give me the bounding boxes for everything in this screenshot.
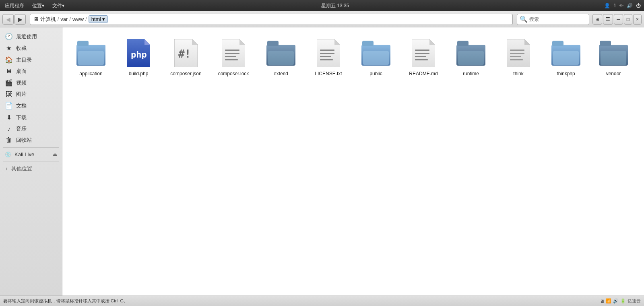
svg-rect-32: [415, 56, 426, 57]
svg-rect-15: [225, 59, 238, 60]
svg-rect-42: [510, 59, 523, 60]
file-item-readme[interactable]: README.md: [401, 34, 446, 81]
statusbar-icons: 🖥 📶 🔊 🔋 亿速云: [600, 298, 641, 304]
sidebar-item-home[interactable]: 🏠 主目录: [0, 54, 62, 66]
home-icon: 🏠: [5, 56, 13, 64]
sidebar-item-bookmarks[interactable]: ★ 收藏: [0, 42, 62, 54]
file-item-composerlock[interactable]: composer.lock: [211, 34, 256, 81]
file-label-application: application: [79, 71, 102, 77]
lines-icon-readme: [407, 37, 440, 69]
desktop-icon: 🖥: [5, 68, 13, 75]
svg-rect-23: [320, 56, 331, 57]
folder-icon-public: [360, 37, 392, 69]
sidebar-item-recent[interactable]: 🕐 最近使用: [0, 31, 62, 42]
file-label-composerlock: composer.lock: [218, 71, 249, 77]
folder-icon-application: [75, 37, 107, 69]
recent-icon: 🕐: [5, 33, 13, 40]
eject-icon[interactable]: ⏏: [53, 152, 57, 157]
maximize-button[interactable]: □: [624, 14, 632, 25]
lines-icon-composerlock: [217, 37, 250, 69]
file-label-composerjson: composer.json: [170, 71, 201, 77]
sidebar-item-downloads[interactable]: ⬇ 下载: [0, 112, 62, 123]
file-menu[interactable]: 文件▾: [51, 2, 66, 10]
statusbar-message: 要将输入定向到该虚拟机，请将鼠标指针移入其中或按 Ctrl+G。: [3, 298, 600, 304]
file-item-application[interactable]: application: [69, 34, 113, 81]
file-item-vendor[interactable]: vendor: [591, 34, 636, 81]
svg-rect-14: [225, 56, 236, 57]
folder-icon-vendor: [597, 37, 630, 69]
statusbar-network-icon: 🖥: [600, 299, 604, 304]
forward-button[interactable]: ▶: [14, 14, 26, 25]
places-menu[interactable]: 位置▾: [31, 2, 46, 10]
breadcrumb-current[interactable]: html ▾: [89, 15, 108, 23]
view-toggle-button[interactable]: ⊞: [592, 14, 602, 25]
svg-rect-44: [552, 41, 564, 46]
sidebar-item-trash[interactable]: 🗑 回收站: [0, 134, 62, 146]
close-button[interactable]: ×: [633, 14, 642, 25]
file-item-composerjson[interactable]: #! composer.json: [164, 34, 208, 81]
file-label-public: public: [369, 71, 382, 77]
svg-rect-18: [268, 51, 294, 65]
kali-icon: 💿: [5, 151, 11, 157]
topbar-left: 应用程序 位置▾ 文件▾: [3, 2, 66, 10]
file-label-license: LICENSE.txt: [315, 71, 342, 77]
main-content: 🕐 最近使用 ★ 收藏 🏠 主目录 🖥 桌面 🎬 视频 🖼 图片 📄 文档 ⬇: [0, 27, 644, 296]
statusbar-power-icon: 🔋: [620, 298, 626, 304]
file-item-public[interactable]: public: [354, 34, 398, 81]
file-item-license[interactable]: LICENSE.txt: [306, 34, 351, 81]
svg-rect-33: [415, 59, 428, 60]
pictures-icon: 🖼: [5, 91, 13, 98]
file-label-extend: extend: [274, 71, 288, 77]
svg-rect-39: [510, 50, 524, 51]
svg-text:#!: #!: [178, 48, 191, 60]
php-icon-build: php: [122, 37, 155, 69]
file-label-thinkphp: thinkphp: [557, 71, 575, 77]
toolbar: ◀ ▶ 🖥 计算机 / var / www / html ▾ 🔍 ⊞ ☰ ─ □…: [0, 11, 644, 27]
file-label-buildphp: build.php: [129, 71, 149, 77]
sidebar-item-music[interactable]: ♪ 音乐: [0, 123, 62, 134]
svg-rect-12: [225, 50, 239, 51]
svg-rect-27: [363, 51, 389, 65]
minimize-button[interactable]: ─: [614, 14, 623, 25]
file-area: application php: [62, 27, 644, 296]
lines-icon-think: [502, 37, 535, 69]
bookmarks-icon: ★: [5, 44, 13, 52]
sidebar-item-video[interactable]: 🎬 视频: [0, 77, 62, 89]
breadcrumb-www[interactable]: www: [72, 16, 84, 22]
nav-buttons: ◀ ▶: [2, 14, 26, 25]
svg-rect-48: [601, 51, 626, 65]
svg-rect-24: [320, 59, 333, 60]
sidebar-item-pictures[interactable]: 🖼 图片: [0, 89, 62, 100]
sidebar-device-kali[interactable]: 💿 Kali Live ⏏: [0, 149, 62, 159]
search-input[interactable]: [529, 17, 590, 22]
svg-rect-30: [415, 50, 429, 51]
search-box[interactable]: 🔍: [517, 14, 589, 25]
statusbar-brand: 亿速云: [627, 298, 641, 304]
back-button[interactable]: ◀: [2, 14, 14, 25]
folder-icon-thinkphp: [550, 37, 582, 69]
file-item-thinkphp[interactable]: thinkphp: [544, 34, 588, 81]
svg-rect-26: [362, 41, 374, 46]
file-item-buildphp[interactable]: php build.php: [116, 34, 161, 81]
app-menu[interactable]: 应用程序: [3, 2, 26, 10]
breadcrumb-computer[interactable]: 🖥 计算机: [33, 16, 56, 23]
breadcrumb-var[interactable]: var: [60, 16, 68, 22]
file-item-runtime[interactable]: runtime: [449, 34, 493, 81]
svg-rect-21: [320, 50, 334, 51]
sidebar-item-documents[interactable]: 📄 文档: [0, 100, 62, 112]
svg-rect-47: [600, 41, 611, 46]
sidebar-other-places[interactable]: + 其他位置: [0, 163, 62, 174]
topbar: 应用程序 位置▾ 文件▾ 星期五 13:35 👤 1 ✏ 🔊 ⏻: [0, 0, 644, 11]
topbar-right: 👤 1 ✏ 🔊 ⏻: [604, 3, 641, 8]
sidebar-item-desktop[interactable]: 🖥 桌面: [0, 66, 62, 77]
svg-rect-41: [510, 56, 521, 57]
menu-button[interactable]: ☰: [603, 14, 613, 25]
documents-icon: 📄: [5, 102, 13, 110]
svg-rect-2: [77, 41, 89, 46]
lines-icon-license: [312, 37, 345, 69]
svg-rect-31: [415, 53, 429, 54]
file-item-extend[interactable]: extend: [259, 34, 303, 81]
file-item-think[interactable]: think: [496, 34, 541, 81]
svg-marker-5: [144, 39, 150, 45]
toolbar-actions: ⊞ ☰ ─ □ ×: [592, 14, 642, 25]
